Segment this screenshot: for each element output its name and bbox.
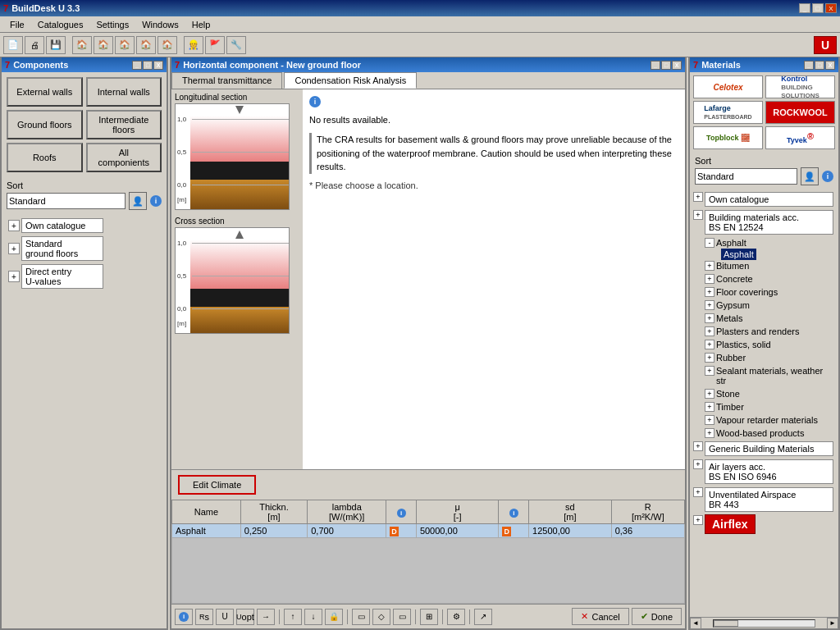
tools-btn[interactable]: 🔧 [226,36,246,54]
table-row[interactable]: Asphalt 0,250 0,700 D 50000,00 D 12500,0… [172,524,685,538]
down-arrow-btn[interactable]: ↓ [304,609,322,625]
brand-lafarge[interactable]: LafargePLASTERBOARD [693,101,763,124]
shape1-btn[interactable]: ▭ [352,609,370,625]
ground-floors-btn[interactable]: Ground floors [7,110,83,139]
mat-maximize[interactable]: □ [815,61,824,70]
expand-own-catalogue[interactable]: + [8,220,20,231]
close-btn[interactable]: X [825,3,837,13]
menu-help[interactable]: Help [185,18,217,31]
flag-btn[interactable]: 🚩 [205,36,225,54]
mat-bs12524-expand[interactable]: + [693,210,703,220]
tab-cra[interactable]: Condensation Risk Analysis [284,72,417,89]
arrow1-btn[interactable]: → [257,609,275,625]
brand-tyvek[interactable]: Tyvek® [765,126,835,149]
horiz-maximize[interactable]: □ [661,61,671,70]
mat-metals-expand[interactable]: + [705,313,714,323]
house4-btn[interactable]: 🏠 [136,36,156,54]
mat-concrete[interactable]: + Concrete [705,272,835,285]
roofs-btn[interactable]: Roofs [7,143,83,172]
mat-floor-coverings[interactable]: + Floor coverings [705,285,835,299]
mat-scrollbar[interactable]: ◄ ► [690,617,838,628]
mat-plasters[interactable]: + Plasters and renders [705,325,835,338]
brand-rockwool[interactable]: ROCKWOOL [765,101,835,124]
scroll-right[interactable]: ► [827,618,838,629]
comp-minimize[interactable]: _ [132,61,142,70]
arrow2-btn[interactable]: ↗ [474,609,492,625]
save-btn[interactable]: 💾 [46,36,66,54]
mat-airflex[interactable]: + Airflex [693,514,835,535]
scroll-left[interactable]: ◄ [690,618,701,629]
lock-btn[interactable]: 🔒 [325,609,343,625]
mat-airflex-expand[interactable]: + [693,515,703,525]
intermediate-floors-btn[interactable]: Intermediate floors [86,110,162,139]
mat-vapour[interactable]: + Vapour retarder materials [705,413,835,427]
house2-btn[interactable]: 🏠 [94,36,113,54]
u-bot-btn[interactable]: U [216,609,234,625]
mat-gypsum[interactable]: + Gypsum [705,299,835,312]
mat-bitumen[interactable]: + Bitumen [705,259,835,272]
mat-info-badge[interactable]: i [822,171,833,182]
print-btn[interactable]: 🖨 [25,36,44,54]
mat-air-layers[interactable]: + Air layers acc.BS EN ISO 6946 [693,458,835,486]
house5-btn[interactable]: 🏠 [158,36,177,54]
mat-wood[interactable]: + Wood-based products [705,427,835,440]
mat-plasters-expand[interactable]: + [705,326,714,336]
worker-btn[interactable]: 👷 [184,36,203,54]
mat-bitumen-expand[interactable]: + [705,261,714,271]
mat-sort-select[interactable]: Standard [695,168,797,185]
cra-info-icon[interactable]: i [309,96,321,107]
info-badge-comp[interactable]: i [150,195,162,207]
mat-concrete-expand[interactable]: + [705,274,714,284]
mat-rubber[interactable]: + Rubber [705,351,835,364]
menu-settings[interactable]: Settings [89,18,135,31]
u-opt-btn[interactable]: Uopt [236,609,254,625]
mat-vapour-expand[interactable]: + [705,415,714,425]
menu-catalogues[interactable]: Catalogues [31,18,90,31]
mat-close[interactable]: X [825,61,835,70]
house1-btn[interactable]: 🏠 [72,36,92,54]
mat-wood-expand[interactable]: + [705,428,714,438]
mat-plastics[interactable]: + Plastics, solid [705,338,835,351]
menu-file[interactable]: File [3,18,31,31]
horiz-minimize[interactable]: _ [651,61,660,70]
tree-item-standard-ground[interactable]: + Standardground floors [7,235,162,262]
house3-btn[interactable]: 🏠 [115,36,135,54]
rs-btn[interactable]: Rs [195,609,213,625]
mat-unvent-expand[interactable]: + [693,487,703,497]
scroll-thumb[interactable] [714,620,738,627]
expand-standard-ground[interactable]: + [8,243,20,254]
mat-timber[interactable]: + Timber [705,400,835,413]
expand-direct-entry[interactable]: + [8,271,20,282]
mat-rubber-expand[interactable]: + [705,353,714,363]
cancel-btn[interactable]: ✕ Cancel [572,608,628,625]
mat-sealant-expand[interactable]: + [705,366,714,376]
gear-btn[interactable]: ⚙ [447,609,465,625]
mat-generic[interactable]: + Generic Building Materials [693,440,835,458]
mat-own-catalogue[interactable]: + Own catalogue [693,190,835,208]
comp-maximize[interactable]: □ [143,61,153,70]
all-components-btn[interactable]: All componients [86,143,162,172]
mat-air-expand[interactable]: + [693,459,703,469]
edit-climate-btn[interactable]: Edit Climate [178,475,256,495]
mat-asphalt-leaf[interactable]: Asphalt [705,249,835,259]
shape3-btn[interactable]: ▭ [393,609,411,625]
scroll-track[interactable] [713,619,815,628]
mat-minimize[interactable]: _ [804,61,814,70]
mat-stone-expand[interactable]: + [705,389,714,399]
mat-metals[interactable]: + Metals [705,312,835,325]
mat-stone[interactable]: + Stone [705,387,835,400]
grid-btn[interactable]: ⊞ [420,609,438,625]
mat-asphalt-expand[interactable]: - [705,238,714,248]
menu-windows[interactable]: Windows [135,18,185,31]
mat-own-expand[interactable]: + [693,192,703,202]
done-btn[interactable]: ✔ Done [632,608,682,625]
tab-thermal[interactable]: Thermal transmittance [171,72,282,89]
comp-close[interactable]: X [153,61,163,70]
mat-timber-expand[interactable]: + [705,402,714,412]
external-walls-btn[interactable]: External walls [7,77,83,107]
mat-generic-expand[interactable]: + [693,441,703,451]
minimize-btn[interactable]: _ [799,3,810,13]
mat-asphalt-group[interactable]: - Asphalt [705,236,835,249]
brand-celotex[interactable]: Celotex [693,75,763,98]
tree-item-own-catalogue[interactable]: + Own catalogue [7,217,162,235]
